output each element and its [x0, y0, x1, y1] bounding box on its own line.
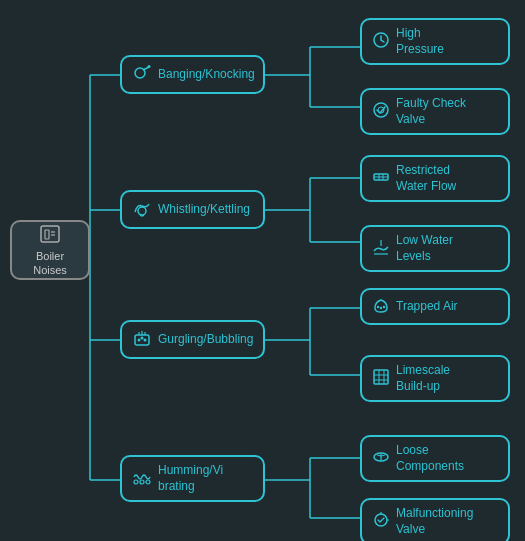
diagram-container: BoilerNoises Banging/Knocking Whistling/…	[0, 0, 525, 541]
limescale-buildup-icon	[372, 368, 390, 389]
root-label: BoilerNoises	[33, 250, 67, 276]
malfunctioning-valve-node: MalfunctioningValve	[360, 498, 510, 541]
svg-rect-22	[41, 226, 59, 242]
restricted-water-flow-icon	[372, 168, 390, 189]
svg-point-31	[138, 339, 141, 342]
svg-rect-47	[374, 370, 388, 384]
banging-label: Banging/Knocking	[158, 67, 255, 83]
malfunctioning-valve-icon	[372, 511, 390, 532]
banging-icon	[132, 63, 152, 86]
low-water-levels-label: Low WaterLevels	[396, 233, 453, 264]
root-icon	[39, 223, 61, 248]
svg-point-36	[146, 480, 150, 484]
malfunctioning-valve-label: MalfunctioningValve	[396, 506, 473, 537]
svg-point-46	[383, 306, 385, 308]
svg-point-33	[144, 339, 147, 342]
faulty-check-valve-label: Faulty CheckValve	[396, 96, 466, 127]
svg-point-28	[148, 65, 151, 68]
svg-point-32	[141, 337, 144, 340]
root-node: BoilerNoises	[10, 220, 90, 280]
trapped-air-label: Trapped Air	[396, 299, 458, 315]
loose-components-icon	[372, 448, 390, 469]
whistling-node: Whistling/Kettling	[120, 190, 265, 229]
whistling-icon	[132, 198, 152, 221]
loose-components-node: LooseComponents	[360, 435, 510, 482]
svg-point-54	[375, 514, 387, 526]
loose-components-label: LooseComponents	[396, 443, 464, 474]
limescale-buildup-node: LimescaleBuild-up	[360, 355, 510, 402]
svg-rect-23	[45, 230, 49, 239]
whistling-label: Whistling/Kettling	[158, 202, 250, 218]
high-pressure-icon	[372, 31, 390, 52]
banging-node: Banging/Knocking	[120, 55, 265, 94]
humming-icon	[132, 467, 152, 490]
restricted-water-flow-node: RestrictedWater Flow	[360, 155, 510, 202]
svg-point-34	[134, 480, 138, 484]
gurgling-node: Gurgling/Bubbling	[120, 320, 265, 359]
humming-node: Humming/Vibrating	[120, 455, 265, 502]
trapped-air-node: Trapped Air	[360, 288, 510, 325]
faulty-check-valve-icon	[372, 101, 390, 122]
humming-label: Humming/Vibrating	[158, 463, 223, 494]
high-pressure-node: HighPressure	[360, 18, 510, 65]
svg-point-29	[138, 207, 146, 215]
svg-point-44	[377, 306, 379, 308]
limescale-buildup-label: LimescaleBuild-up	[396, 363, 450, 394]
high-pressure-label: HighPressure	[396, 26, 444, 57]
trapped-air-icon	[372, 296, 390, 317]
low-water-levels-node: Low WaterLevels	[360, 225, 510, 272]
low-water-levels-icon	[372, 238, 390, 259]
restricted-water-flow-label: RestrictedWater Flow	[396, 163, 456, 194]
gurgling-icon	[132, 328, 152, 351]
svg-point-38	[374, 103, 388, 117]
faulty-check-valve-node: Faulty CheckValve	[360, 88, 510, 135]
svg-point-35	[140, 480, 144, 484]
gurgling-label: Gurgling/Bubbling	[158, 332, 253, 348]
svg-point-45	[380, 307, 382, 309]
